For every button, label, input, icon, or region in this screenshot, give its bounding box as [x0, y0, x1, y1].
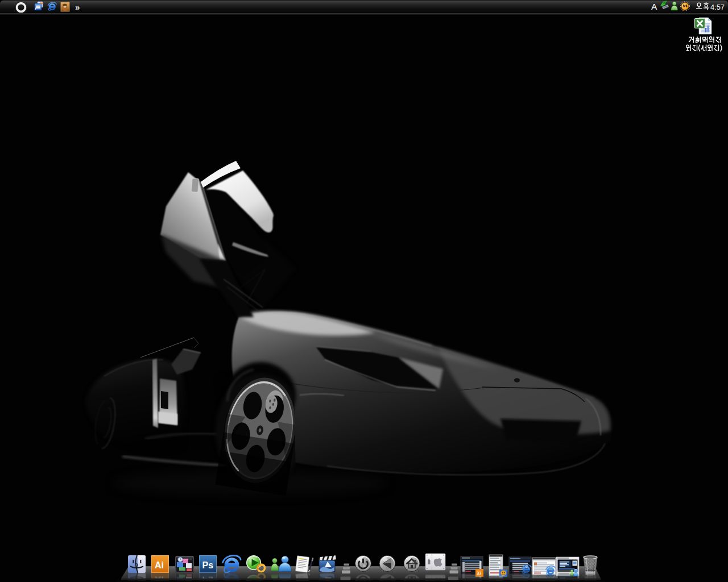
svg-text:»: »: [75, 2, 80, 12]
svg-text:4:57: 4:57: [710, 3, 725, 11]
svg-text:Ps: Ps: [202, 560, 214, 570]
svg-text:Ai: Ai: [155, 560, 164, 570]
svg-text:A: A: [651, 2, 657, 11]
